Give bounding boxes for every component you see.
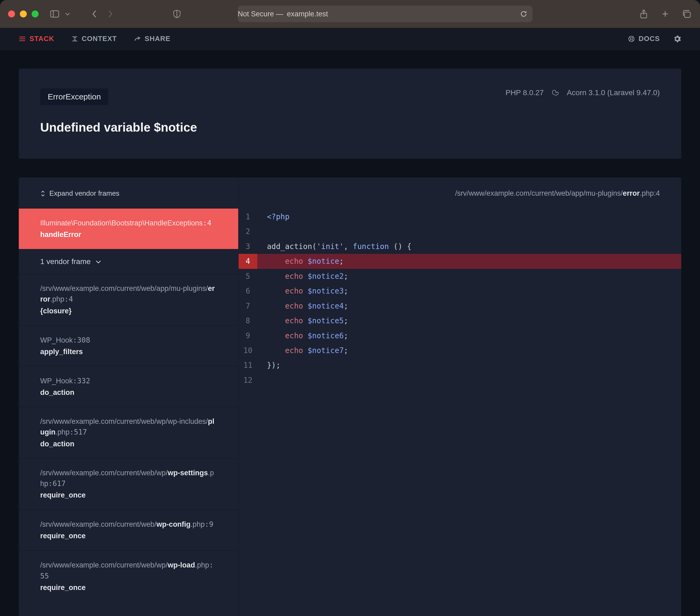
- line-number: 7: [238, 299, 257, 313]
- stack-frame[interactable]: /srv/www/example.com/current/web/wp/wp-i…: [19, 407, 238, 458]
- file-line: 4: [656, 189, 660, 197]
- frame-method: {closure}: [40, 306, 217, 316]
- chevron-down-icon[interactable]: [62, 9, 73, 19]
- line-content: });: [257, 358, 681, 373]
- line-number: 2: [238, 224, 257, 239]
- page-content: ErrorException PHP 8.0.27 Acorn 3.1.0 (L…: [0, 50, 700, 616]
- settings-icon[interactable]: [673, 35, 681, 43]
- svg-line-12: [629, 37, 630, 38]
- svg-point-11: [630, 38, 633, 40]
- reload-icon[interactable]: [520, 11, 527, 17]
- line-number: 6: [238, 284, 257, 298]
- nav-tab-stack[interactable]: STACK: [19, 35, 54, 43]
- frame-method: apply_filters: [40, 347, 217, 357]
- source-file-path: /srv/www/example.com/current/web/app/mu-…: [238, 177, 681, 209]
- app-top-nav: STACK CONTEXT SHARE DOCS: [0, 28, 700, 50]
- line-content: <?php: [257, 209, 681, 224]
- tab-overview-icon[interactable]: [681, 9, 692, 19]
- nav-tab-share-label: SHARE: [145, 35, 171, 43]
- frame-path: /srv/www/example.com/current/web/wp/wp-l…: [40, 560, 217, 581]
- code-line: 11});: [238, 358, 681, 373]
- share-arrow-icon: [134, 36, 141, 42]
- line-content: add_action('init', function () {: [257, 239, 681, 254]
- line-number: 10: [238, 343, 257, 358]
- svg-line-15: [633, 40, 634, 41]
- exception-class-badge: ErrorException: [40, 88, 108, 105]
- stack-frame[interactable]: WP_Hook:332do_action: [19, 366, 238, 407]
- expand-vendor-label: Expand vendor frames: [49, 189, 120, 198]
- stack-frame[interactable]: /srv/www/example.com/current/web/wp/wp-l…: [19, 550, 238, 602]
- new-tab-icon[interactable]: [660, 9, 671, 19]
- line-number: 12: [238, 373, 257, 387]
- nav-tab-context-label: CONTEXT: [82, 35, 117, 43]
- close-window-button[interactable]: [8, 11, 15, 17]
- maximize-window-button[interactable]: [32, 11, 39, 17]
- sidebar-toggle-icon[interactable]: [49, 9, 60, 19]
- code-line: 6 echo $notice3;: [238, 284, 681, 298]
- code-panel: /srv/www/example.com/current/web/app/mu-…: [238, 177, 681, 616]
- nav-tab-context[interactable]: CONTEXT: [72, 35, 117, 43]
- chevron-down-icon: [96, 260, 101, 263]
- code-line: 2: [238, 224, 681, 239]
- framework-label: Acorn 3.1.0 (Laravel 9.47.0): [567, 88, 660, 97]
- stack-frame[interactable]: /srv/www/example.com/current/web/wp/wp-s…: [19, 458, 238, 509]
- nav-tab-share[interactable]: SHARE: [134, 35, 171, 43]
- stack-frame[interactable]: Illuminate\Foundation\Bootstrap\HandleEx…: [19, 208, 238, 249]
- line-content: [257, 224, 681, 239]
- code-line: 5 echo $notice2;: [238, 269, 681, 284]
- browser-window: Not Secure — example.test: [0, 0, 700, 616]
- shield-icon[interactable]: [172, 9, 182, 19]
- line-content: echo $notice4;: [257, 299, 681, 313]
- frame-method: do_action: [40, 439, 217, 449]
- address-host: example.test: [287, 10, 328, 18]
- vendor-frames-label: 1 vendor frame: [40, 257, 90, 266]
- code-line: 4 echo $notice;: [238, 254, 681, 269]
- code-line: 7 echo $notice4;: [238, 299, 681, 313]
- frame-method: handleError: [40, 230, 217, 240]
- code-line: 3add_action('init', function () {: [238, 239, 681, 254]
- frame-path: /srv/www/example.com/current/web/app/mu-…: [40, 283, 217, 305]
- back-button[interactable]: [89, 9, 100, 19]
- stack-frame[interactable]: /srv/www/example.com/current/web/app/mu-…: [19, 274, 238, 325]
- frame-path: WP_Hook:308: [40, 335, 217, 346]
- svg-line-14: [629, 40, 630, 41]
- traffic-lights: [8, 11, 39, 17]
- line-content: echo $notice3;: [257, 284, 681, 298]
- share-icon[interactable]: [638, 9, 649, 19]
- minimize-window-button[interactable]: [20, 11, 27, 17]
- line-number: 1: [238, 209, 257, 224]
- frame-path: Illuminate\Foundation\Bootstrap\HandleEx…: [40, 218, 217, 229]
- stack-icon: [19, 36, 26, 42]
- stack-trace-panel: Expand vendor frames Illuminate\Foundati…: [19, 177, 681, 616]
- expand-vendor-frames-button[interactable]: Expand vendor frames: [19, 177, 238, 208]
- frame-path: /srv/www/example.com/current/web/wp/wp-i…: [40, 416, 217, 438]
- address-prefix: Not Secure —: [238, 10, 283, 18]
- expand-icon: [40, 190, 46, 197]
- vendor-frames-collapsed[interactable]: 1 vendor frame: [19, 249, 238, 274]
- context-icon: [72, 36, 78, 42]
- stack-frame[interactable]: WP_Hook:308apply_filters: [19, 325, 238, 366]
- file-path-prefix: /srv/www/example.com/current/web/app/mu-…: [455, 189, 623, 197]
- svg-rect-0: [51, 11, 59, 17]
- frame-path: WP_Hook:332: [40, 375, 217, 386]
- php-version-label: PHP 8.0.27: [505, 88, 544, 97]
- line-content: echo $notice5;: [257, 313, 681, 328]
- file-ext: .php: [640, 189, 654, 197]
- file-name: error: [623, 189, 640, 197]
- code-line: 8 echo $notice5;: [238, 313, 681, 328]
- stack-frame[interactable]: /srv/www/example.com/current/web/wp-conf…: [19, 509, 238, 550]
- frame-method: require_once: [40, 582, 217, 593]
- nav-docs-link[interactable]: DOCS: [628, 35, 660, 43]
- code-line: 1<?php: [238, 209, 681, 224]
- exception-header-card: ErrorException PHP 8.0.27 Acorn 3.1.0 (L…: [19, 69, 681, 159]
- line-number: 5: [238, 269, 257, 284]
- frames-list: Expand vendor frames Illuminate\Foundati…: [19, 177, 238, 616]
- line-content: echo $notice7;: [257, 343, 681, 358]
- address-bar[interactable]: Not Secure — example.test: [238, 5, 533, 22]
- browser-chrome: Not Secure — example.test: [0, 0, 700, 28]
- line-number: 11: [238, 358, 257, 373]
- nav-docs-label: DOCS: [639, 35, 660, 43]
- forward-button[interactable]: [105, 9, 116, 19]
- laravel-icon: [552, 89, 559, 96]
- code-line: 12: [238, 373, 681, 387]
